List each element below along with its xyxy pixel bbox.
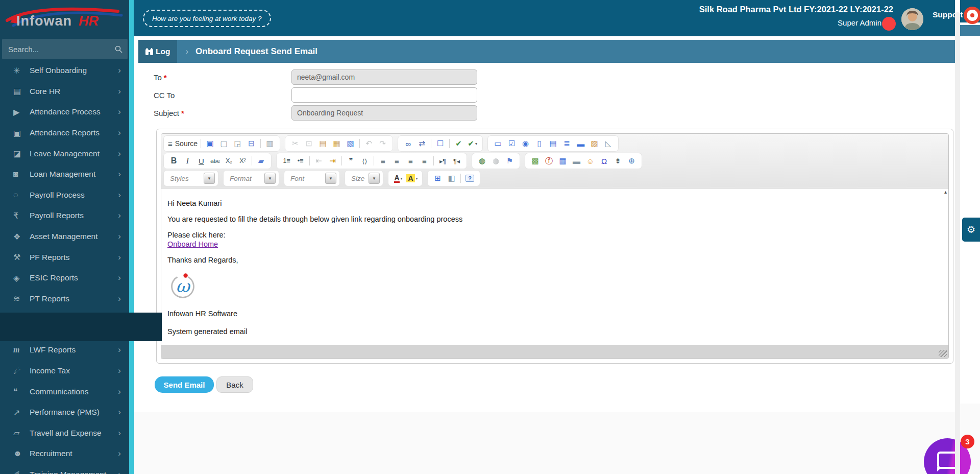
save-icon[interactable]: ▣	[203, 137, 217, 150]
smiley-icon[interactable]: ☺	[583, 155, 597, 167]
div-container-icon[interactable]: ⟨⟩	[358, 155, 372, 167]
send-email-button[interactable]: Send Email	[155, 376, 214, 393]
cut-icon[interactable]: ✂	[288, 137, 302, 150]
select-all-icon[interactable]: ☐	[433, 137, 447, 150]
horizontal-rule-icon[interactable]: ▬	[570, 155, 583, 167]
preview-icon[interactable]: ◲	[231, 137, 244, 150]
numbered-list-icon[interactable]: 1≡	[280, 155, 293, 167]
font-dropdown[interactable]: Font▼	[287, 173, 336, 184]
undo-icon[interactable]: ↶	[362, 137, 376, 150]
sidebar-item-attendance-reports[interactable]: ▣Attendance Reports›	[0, 123, 129, 144]
align-center-icon[interactable]: ≡	[390, 155, 404, 167]
bidi-ltr-icon[interactable]: ▸¶	[436, 155, 450, 167]
sidebar-item-communications[interactable]: ❝Communications›	[0, 381, 129, 402]
editor-body[interactable]: ▴ Hi Neeta Kumari You are requested to f…	[161, 188, 948, 345]
styles-dropdown[interactable]: Styles▼	[167, 173, 215, 184]
sidebar-item-payroll-process[interactable]: ◌Payroll Process›	[0, 185, 129, 206]
sidebar-item-payroll-reports[interactable]: ₹Payroll Reports›	[0, 205, 129, 226]
anchor-icon[interactable]: ⚑	[503, 155, 517, 167]
checkbox-icon[interactable]: ☑	[505, 137, 519, 150]
subscript-button[interactable]: X₂	[222, 155, 236, 167]
avatar[interactable]	[901, 8, 923, 30]
find-icon[interactable]: ∞	[401, 137, 415, 150]
infowan-hr-logo[interactable]: Infowan HR	[3, 3, 126, 33]
sidebar-item-self-onboarding[interactable]: ✳Self Onboarding›	[0, 60, 129, 81]
form-icon[interactable]: ▭	[491, 137, 505, 150]
sidebar-item-recruitment[interactable]: ☻Recruitment›	[0, 443, 129, 464]
replace-icon[interactable]: ⇄	[415, 137, 429, 150]
new-page-icon[interactable]: ▢	[217, 137, 231, 150]
radio-icon[interactable]: ◉	[519, 137, 532, 150]
sidebar-item-pf-reports[interactable]: ⚒PF Reports›	[0, 247, 129, 268]
flash-icon[interactable]: ⓕ	[542, 155, 556, 167]
search-icon[interactable]	[115, 45, 122, 53]
paste-word-icon[interactable]: ▧	[344, 137, 357, 150]
select-field-icon[interactable]: ≣	[560, 137, 574, 150]
background-color-icon[interactable]: A▾	[405, 172, 419, 184]
indent-icon[interactable]: ⇥	[326, 155, 339, 167]
scroll-up-arrow-icon[interactable]: ▴	[944, 189, 947, 195]
bold-button[interactable]: B	[167, 155, 181, 167]
cc-field[interactable]	[291, 87, 477, 103]
search-input[interactable]	[7, 44, 115, 54]
paste-text-icon[interactable]: ▦	[330, 137, 344, 150]
sidebar-item-loan-management[interactable]: ◙Loan Management›	[0, 164, 129, 185]
sidebar-item-income-tax[interactable]: ☄Income Tax›	[0, 361, 129, 382]
sidebar-item-attendance-process[interactable]: ▶Attendance Process›	[0, 102, 129, 123]
bidi-rtl-icon[interactable]: ¶◂	[450, 155, 463, 167]
image-button-icon[interactable]: ▨	[587, 137, 601, 150]
button-icon[interactable]: ▬	[574, 137, 587, 150]
format-dropdown[interactable]: Format▼	[227, 173, 276, 184]
redo-icon[interactable]: ↷	[376, 137, 389, 150]
page-break-icon[interactable]: ⇟	[611, 155, 625, 167]
spell-check-icon[interactable]: ✔	[452, 137, 465, 150]
maximize-icon[interactable]: ⊞	[431, 172, 445, 184]
text-color-icon[interactable]: A▾	[391, 172, 405, 184]
italic-button[interactable]: I	[181, 155, 194, 167]
special-char-icon[interactable]: Ω	[597, 155, 611, 167]
align-left-icon[interactable]: ≡	[376, 155, 390, 167]
print-icon[interactable]: ⊟	[244, 137, 258, 150]
scayt-icon[interactable]: ✔▾	[465, 137, 479, 150]
table-icon[interactable]: ▦	[556, 155, 570, 167]
sidebar-item-core-hr[interactable]: ▤Core HR›	[0, 81, 129, 102]
sidebar-item-pt-reports[interactable]: ≋PT Reports›	[0, 289, 129, 310]
link-icon[interactable]: ◍	[475, 155, 489, 167]
back-button[interactable]: Back	[216, 376, 253, 393]
textarea-icon[interactable]: ▤	[546, 137, 560, 150]
resize-handle[interactable]	[939, 350, 947, 357]
size-dropdown[interactable]: Size▼	[348, 173, 380, 184]
bulleted-list-icon[interactable]: •≡	[293, 155, 307, 167]
copy-icon[interactable]: ⊡	[302, 137, 316, 150]
sidebar-item-travell-and-expense[interactable]: ▱Travell and Expense›	[0, 423, 129, 444]
source-button[interactable]: ≡Source	[167, 137, 199, 150]
about-icon[interactable]: ?	[463, 172, 477, 184]
unlink-icon[interactable]: ◍	[489, 155, 503, 167]
text-field-icon[interactable]: ▯	[532, 137, 546, 150]
sidebar-item-lwf-reports[interactable]: mLWF Reports›	[0, 340, 129, 361]
paste-icon[interactable]: ▤	[316, 137, 330, 150]
vertical-scrollbar[interactable]	[955, 12, 960, 474]
sidebar-scrollbar[interactable]	[129, 0, 134, 474]
sidebar-item-leave-management[interactable]: ◪Leave Management›	[0, 143, 129, 164]
image-icon[interactable]: ▩	[528, 155, 542, 167]
justify-icon[interactable]: ≡	[418, 155, 431, 167]
remove-format-icon[interactable]: ▰	[254, 155, 268, 167]
support-target-icon[interactable]	[964, 7, 980, 24]
sidebar-item-training-management[interactable]: ✐Training Management›	[0, 464, 129, 474]
breadcrumb-log[interactable]: Log	[138, 40, 177, 63]
hidden-field-icon[interactable]: ◺	[601, 137, 615, 150]
sidebar-item-asset-management[interactable]: ❖Asset Management›	[0, 226, 129, 247]
blockquote-icon[interactable]: ❞	[344, 155, 358, 167]
superscript-button[interactable]: X²	[236, 155, 250, 167]
sidebar-item-esic-reports[interactable]: ◈ESIC Reports›	[0, 268, 129, 289]
mood-prompt-button[interactable]: How are you feeling at work today ?	[143, 10, 271, 27]
underline-button[interactable]: U	[194, 155, 208, 167]
align-right-icon[interactable]: ≡	[404, 155, 418, 167]
onboard-home-link[interactable]: Onboard Home	[167, 240, 218, 248]
strikethrough-button[interactable]: abc	[208, 155, 222, 167]
outdent-icon[interactable]: ⇤	[312, 155, 326, 167]
user-role-menu[interactable]: Super Admin	[838, 18, 881, 27]
settings-gear-button[interactable]: ⚙	[962, 218, 980, 242]
templates-icon[interactable]: ▥	[263, 137, 277, 150]
